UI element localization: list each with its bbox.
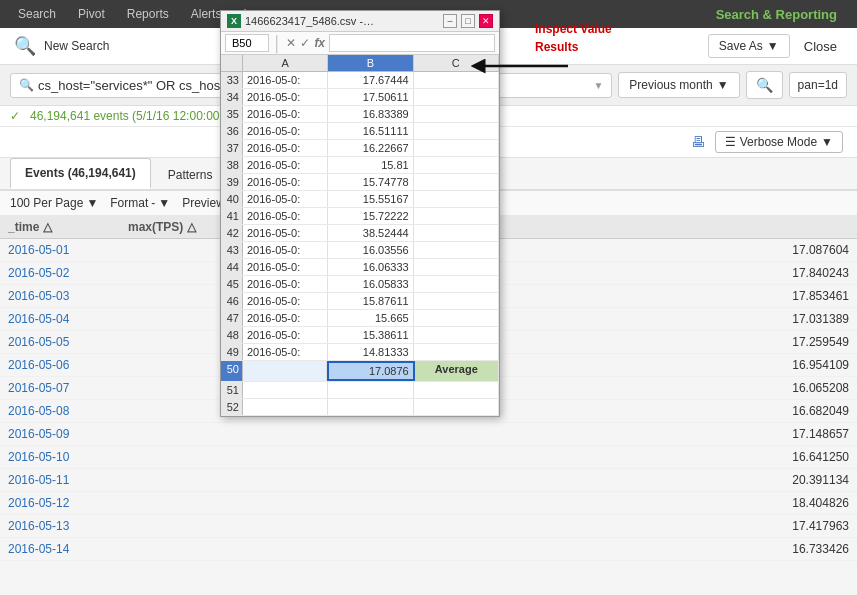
cell-time[interactable]: 2016-05-07 (0, 377, 120, 400)
excel-row-num: 51 (221, 382, 243, 398)
cell-time[interactable]: 2016-05-13 (0, 515, 120, 538)
excel-cell-c[interactable] (414, 310, 499, 326)
excel-cell-c[interactable] (414, 399, 499, 415)
excel-cell-b[interactable]: 16.06333 (328, 259, 413, 275)
excel-cell-c[interactable] (414, 327, 499, 343)
tab-patterns[interactable]: Patterns (153, 160, 228, 189)
cell-time[interactable]: 2016-05-03 (0, 285, 120, 308)
cell-time[interactable]: 2016-05-01 (0, 239, 120, 262)
cell-time[interactable]: 2016-05-05 (0, 331, 120, 354)
cell-max-tps: 16.641250 (120, 446, 857, 469)
cell-time[interactable]: 2016-05-11 (0, 469, 120, 492)
verbose-mode-button[interactable]: ☰ Verbose Mode ▼ (715, 131, 843, 153)
excel-cell-a[interactable]: 2016-05-0: (243, 310, 328, 326)
excel-row-num: 43 (221, 242, 243, 258)
excel-cell-b[interactable]: 17.0876 (327, 361, 414, 381)
excel-cell-b[interactable]: 14.81333 (328, 344, 413, 360)
search-icon-big: 🔍 (14, 35, 36, 57)
pan-indicator: pan=1d (789, 72, 847, 98)
verbose-mode-chevron-icon: ▼ (821, 135, 833, 149)
excel-cell-c[interactable] (414, 276, 499, 292)
page-title: 🔍 New Search (14, 35, 109, 57)
excel-row-num: 52 (221, 399, 243, 415)
excel-cell-a[interactable] (243, 399, 328, 415)
excel-cell-b[interactable]: 15.72222 (328, 208, 413, 224)
excel-cell-c[interactable] (414, 259, 499, 275)
excel-cell-b[interactable]: 15.55167 (328, 191, 413, 207)
excel-cell-c[interactable] (414, 208, 499, 224)
per-page-chevron-icon: ▼ (86, 196, 98, 210)
cell-max-tps: 20.391134 (120, 469, 857, 492)
excel-cell-a[interactable]: 2016-05-0: (243, 242, 328, 258)
excel-row: 46 2016-05-0: 15.87611 (221, 293, 499, 310)
nav-search[interactable]: Search (8, 3, 66, 25)
excel-body: 33 2016-05-0: 17.67444 34 2016-05-0: 17.… (221, 191, 499, 416)
excel-cell-a[interactable]: 2016-05-0: (243, 327, 328, 343)
excel-cell-a[interactable]: 2016-05-0: (243, 293, 328, 309)
cell-max-tps: 17.417963 (120, 515, 857, 538)
nav-pivot[interactable]: Pivot (68, 3, 115, 25)
excel-cell-c[interactable] (414, 191, 499, 207)
cell-max-tps: 16.733426 (120, 538, 857, 561)
cell-time[interactable]: 2016-05-02 (0, 262, 120, 285)
excel-cell-c[interactable] (414, 225, 499, 241)
excel-row-num: 40 (221, 191, 243, 207)
excel-cell-b[interactable] (328, 382, 413, 398)
preview-label: Preview (182, 196, 225, 210)
excel-cell-b[interactable]: 15.87611 (328, 293, 413, 309)
cell-time[interactable]: 2016-05-04 (0, 308, 120, 331)
cell-max-tps: 17.148657 (120, 423, 857, 446)
excel-cell-c[interactable]: Average (415, 361, 499, 381)
header-actions: Save As ▼ Close (708, 34, 843, 58)
per-page-button[interactable]: 100 Per Page ▼ (10, 196, 98, 210)
excel-cell-b[interactable] (328, 399, 413, 415)
excel-cell-b[interactable]: 16.05833 (328, 276, 413, 292)
search-icon: 🔍 (19, 78, 34, 92)
page-title-text: New Search (44, 39, 109, 53)
excel-cell-c[interactable] (414, 242, 499, 258)
excel-cell-a[interactable] (243, 361, 327, 381)
time-range-button[interactable]: Previous month ▼ (618, 72, 739, 98)
col-time-header[interactable]: _time △ (0, 216, 120, 239)
excel-cell-a[interactable]: 2016-05-0: (243, 259, 328, 275)
verbose-mode-label: Verbose Mode (740, 135, 817, 149)
excel-cell-a[interactable]: 2016-05-0: (243, 225, 328, 241)
cell-time[interactable]: 2016-05-06 (0, 354, 120, 377)
per-page-label: 100 Per Page (10, 196, 83, 210)
excel-cell-a[interactable]: 2016-05-0: (243, 344, 328, 360)
check-icon: ✓ (10, 109, 20, 123)
time-range-label: Previous month (629, 78, 712, 92)
search-go-button[interactable]: 🔍 (746, 71, 783, 99)
excel-cell-c[interactable] (414, 344, 499, 360)
save-as-button[interactable]: Save As ▼ (708, 34, 790, 58)
excel-row-num: 47 (221, 310, 243, 326)
excel-cell-c[interactable] (414, 382, 499, 398)
table-row: 2016-05-11 20.391134 (0, 469, 857, 492)
print-icon[interactable]: 🖶 (691, 134, 705, 150)
excel-cell-b[interactable]: 16.03556 (328, 242, 413, 258)
excel-cell-b[interactable]: 15.665 (328, 310, 413, 326)
excel-cell-b[interactable]: 38.52444 (328, 225, 413, 241)
cell-time[interactable]: 2016-05-08 (0, 400, 120, 423)
excel-cell-b[interactable]: 15.38611 (328, 327, 413, 343)
cell-time[interactable]: 2016-05-10 (0, 446, 120, 469)
excel-cell-c[interactable] (414, 293, 499, 309)
search-dropdown-icon[interactable]: ▼ (593, 80, 603, 91)
excel-row-num: 49 (221, 344, 243, 360)
cell-time[interactable]: 2016-05-09 (0, 423, 120, 446)
excel-cell-a[interactable]: 2016-05-0: (243, 191, 328, 207)
col-time-label: _time (8, 220, 39, 234)
excel-row-num: 42 (221, 225, 243, 241)
excel-row: 50 17.0876 Average (221, 361, 499, 382)
nav-reports[interactable]: Reports (117, 3, 179, 25)
tab-events[interactable]: Events (46,194,641) (10, 158, 151, 189)
cell-time[interactable]: 2016-05-12 (0, 492, 120, 515)
excel-cell-a[interactable]: 2016-05-0: (243, 208, 328, 224)
save-as-label: Save As (719, 39, 763, 53)
cell-time[interactable]: 2016-05-14 (0, 538, 120, 561)
excel-cell-a[interactable]: 2016-05-0: (243, 276, 328, 292)
close-button[interactable]: Close (798, 35, 843, 58)
brand-title: Search & Reporting (716, 7, 849, 22)
format-button[interactable]: Format - ▼ (110, 196, 170, 210)
excel-cell-a[interactable] (243, 382, 328, 398)
